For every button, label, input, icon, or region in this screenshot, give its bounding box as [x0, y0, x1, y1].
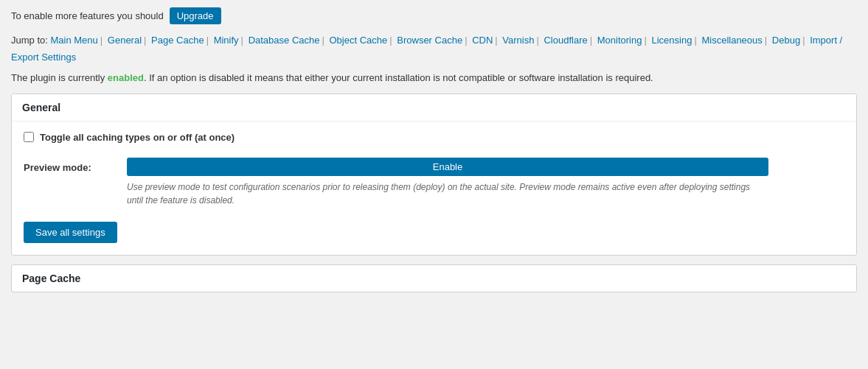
- status-prefix: The plugin is currently: [11, 72, 105, 83]
- nav-link-cdn[interactable]: CDN: [472, 35, 493, 46]
- nav-link-miscellaneous[interactable]: Miscellaneous: [701, 35, 762, 46]
- upgrade-button[interactable]: Upgrade: [170, 7, 221, 24]
- upgrade-bar: To enable more features you should Upgra…: [11, 7, 857, 24]
- nav-link-page-cache[interactable]: Page Cache: [151, 35, 204, 46]
- general-section-body: Toggle all caching types on or off (at o…: [12, 122, 856, 255]
- page-wrapper: To enable more features you should Upgra…: [0, 0, 868, 369]
- page-cache-section-header: Page Cache: [12, 265, 856, 292]
- page-cache-section: Page Cache: [11, 264, 857, 292]
- general-section: General Toggle all caching types on or o…: [11, 94, 857, 256]
- preview-mode-description: Use preview mode to test configuration s…: [127, 180, 768, 207]
- status-line: The plugin is currently enabled. If an o…: [11, 72, 857, 83]
- nav-link-general[interactable]: General: [108, 35, 142, 46]
- toggle-all-label: Toggle all caching types on or off (at o…: [40, 132, 235, 143]
- preview-mode-row: Preview mode: Enable Use preview mode to…: [24, 158, 844, 207]
- toggle-row: Toggle all caching types on or off (at o…: [24, 132, 844, 143]
- status-badge: enabled: [108, 72, 144, 83]
- nav-link-licensing[interactable]: Licensing: [651, 35, 692, 46]
- jump-to-label: Jump to:: [11, 35, 48, 46]
- nav-link-minify[interactable]: Minify: [214, 35, 239, 46]
- jump-to-bar: Jump to: Main Menu| General| Page Cache|…: [11, 32, 857, 66]
- nav-link-object-cache[interactable]: Object Cache: [329, 35, 387, 46]
- preview-mode-controls: Enable Use preview mode to test configur…: [127, 158, 768, 207]
- nav-link-monitoring[interactable]: Monitoring: [597, 35, 642, 46]
- nav-link-browser-cache[interactable]: Browser Cache: [397, 35, 462, 46]
- nav-link-main-menu[interactable]: Main Menu: [50, 35, 97, 46]
- upgrade-bar-label: To enable more features you should: [11, 10, 164, 21]
- save-all-settings-button[interactable]: Save all settings: [24, 222, 117, 243]
- nav-link-database-cache[interactable]: Database Cache: [249, 35, 320, 46]
- enable-button[interactable]: Enable: [127, 158, 768, 176]
- nav-link-cloudflare[interactable]: Cloudflare: [544, 35, 587, 46]
- nav-link-varnish[interactable]: Varnish: [502, 35, 534, 46]
- status-suffix: . If an option is disabled it means that…: [144, 72, 653, 83]
- preview-mode-label: Preview mode:: [24, 158, 112, 173]
- nav-link-debug[interactable]: Debug: [772, 35, 800, 46]
- general-section-header: General: [12, 94, 856, 122]
- toggle-all-checkbox[interactable]: [24, 132, 34, 142]
